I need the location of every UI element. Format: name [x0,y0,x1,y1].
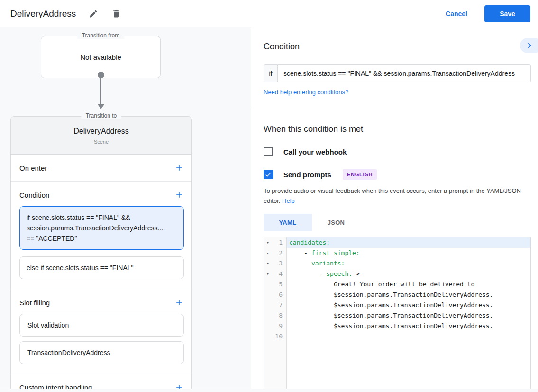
prompts-description: To provide audio or visual feedback when… [264,186,531,206]
transition-from-legend: Transition from [77,32,125,39]
line-number: 1 [272,237,287,248]
scene-canvas: Transition from Not available Transition… [0,27,251,389]
fold-arrow-icon[interactable]: ▾ [264,258,272,269]
fold-arrow-icon[interactable]: ▾ [264,248,272,258]
line-number: 9 [272,321,287,331]
if-prefix-label: if [264,64,278,82]
edit-scene-button[interactable] [85,6,101,22]
fold-spacer [264,310,272,321]
line-number: 3 [272,258,287,269]
transition-from-value: Not available [80,53,121,61]
code-line[interactable]: ▾1candidates: [264,237,530,248]
checkmark-icon [264,171,272,178]
fold-spacer [264,279,272,290]
code-text: Great! Your order will be delivered to [287,279,530,290]
when-condition-heading: When this condition is met [264,124,531,134]
send-prompts-row: Send prompts ENGLISH [264,169,531,180]
panel-divider [251,109,538,109]
webhook-label: Call your webhook [283,148,347,156]
header: DeliveryAddress Cancel Save [0,0,538,27]
line-number: 4 [272,269,287,279]
bottom-strip [0,389,538,392]
yaml-editor[interactable]: ▾1candidates:▾2 - first_simple:▾3 varian… [264,237,531,389]
code-text: $session.params.TransactionDeliveryAddre… [287,310,530,321]
prompts-description-text: To provide audio or visual feedback when… [264,187,521,204]
trash-icon [111,9,121,18]
fold-spacer [264,300,272,310]
save-button[interactable]: Save [484,5,530,22]
fold-spacer [264,290,272,300]
code-text [287,331,530,342]
on-enter-section: On enter [11,155,191,182]
delete-scene-button[interactable] [108,6,124,22]
cancel-button[interactable]: Cancel [446,10,467,18]
fold-arrow-icon[interactable]: ▾ [264,269,272,279]
line-number: 6 [272,290,287,300]
tab-json[interactable]: JSON [312,214,360,231]
webhook-row: Call your webhook [264,147,531,156]
transition-arrow-head [98,104,104,109]
slot-validation-item[interactable]: Slot validation [19,314,184,337]
send-prompts-label: Send prompts [283,171,331,179]
condition-item-else[interactable]: else if scene.slots.status == "FINAL" [19,256,184,279]
fold-spacer [264,331,272,342]
line-number: 5 [272,279,287,290]
add-slot-button[interactable] [174,298,184,307]
line-number: 7 [272,300,287,310]
code-line[interactable]: 5 Great! Your order will be delivered to [264,279,530,290]
condition-item-selected[interactable]: if scene.slots.status == "FINAL" && sess… [19,206,184,250]
scene-name: DeliveryAddress [11,127,191,136]
on-enter-label: On enter [19,164,47,172]
editor-tabs: YAML JSON [264,214,531,231]
scene-type-label: Scene [11,139,191,145]
condition-expression-input[interactable] [278,64,531,82]
transition-to-legend: Transition to [81,112,122,119]
help-link[interactable]: Help [282,197,295,204]
code-text: - first_simple: [287,248,530,258]
language-badge: ENGLISH [343,169,377,180]
slot-filling-label: Slot filling [19,299,50,307]
code-text: - speech: >- [287,269,530,279]
condition-label: Condition [19,191,49,199]
slot-filling-section: Slot filling Slot validation Transaction… [11,289,191,374]
line-number: 2 [272,248,287,258]
scene-card-header: DeliveryAddress Scene [11,117,191,155]
code-text: $session.params.TransactionDeliveryAddre… [287,321,530,331]
fold-arrow-icon[interactable]: ▾ [264,237,272,248]
slot-item[interactable]: TransactionDeliveryAddress [19,341,184,364]
line-number: 10 [272,331,287,342]
condition-detail-panel: Condition if Need help entering conditio… [251,27,538,389]
send-prompts-checkbox[interactable] [264,170,273,179]
code-text: candidates: [287,237,530,248]
fold-spacer [264,321,272,331]
code-line[interactable]: ▾4 - speech: >- [264,269,530,279]
code-line[interactable]: 6 $session.params.TransactionDeliveryAdd… [264,290,530,300]
code-text: variants: [287,258,530,269]
add-on-enter-button[interactable] [174,163,184,173]
panel-heading: Condition [264,42,531,52]
line-number: 8 [272,310,287,321]
condition-section: Condition if scene.slots.status == "FINA… [11,182,191,289]
code-line[interactable]: ▾3 variants: [264,258,530,269]
main-content: Transition from Not available Transition… [0,27,538,389]
code-line[interactable]: 9 $session.params.TransactionDeliveryAdd… [264,321,530,331]
transition-to-card: Transition to DeliveryAddress Scene On e… [10,116,192,392]
condition-help-link[interactable]: Need help entering conditions? [264,89,348,96]
webhook-checkbox[interactable] [264,147,273,156]
code-line[interactable]: 7 $session.params.TransactionDeliveryAdd… [264,300,530,310]
code-line[interactable]: 10 [264,331,530,342]
code-line[interactable]: ▾2 - first_simple: [264,248,530,258]
transition-arrow-line [100,77,101,105]
code-text: $session.params.TransactionDeliveryAddre… [287,300,530,310]
tab-yaml[interactable]: YAML [264,214,312,231]
add-condition-button[interactable] [174,190,184,200]
code-line[interactable]: 8 $session.params.TransactionDeliveryAdd… [264,310,530,321]
pencil-icon [89,9,98,18]
code-text: $session.params.TransactionDeliveryAddre… [287,290,530,300]
page-title: DeliveryAddress [10,9,76,19]
collapse-panel-button[interactable] [520,38,538,53]
chevron-right-icon [524,40,535,51]
